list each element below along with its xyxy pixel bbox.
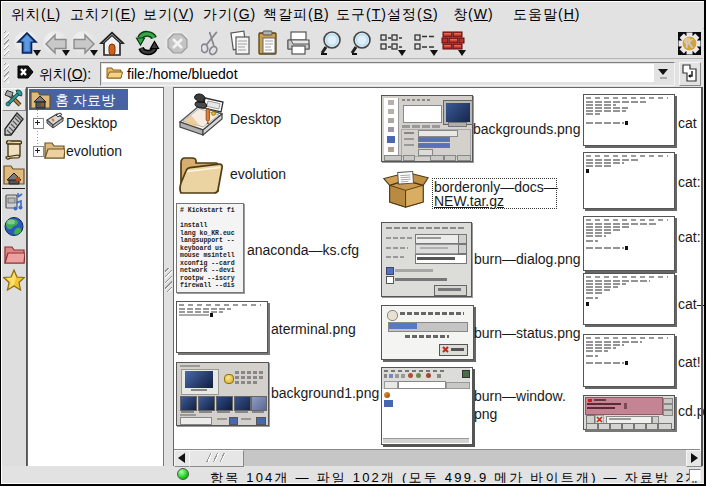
svg-text:K: K [685,37,694,51]
